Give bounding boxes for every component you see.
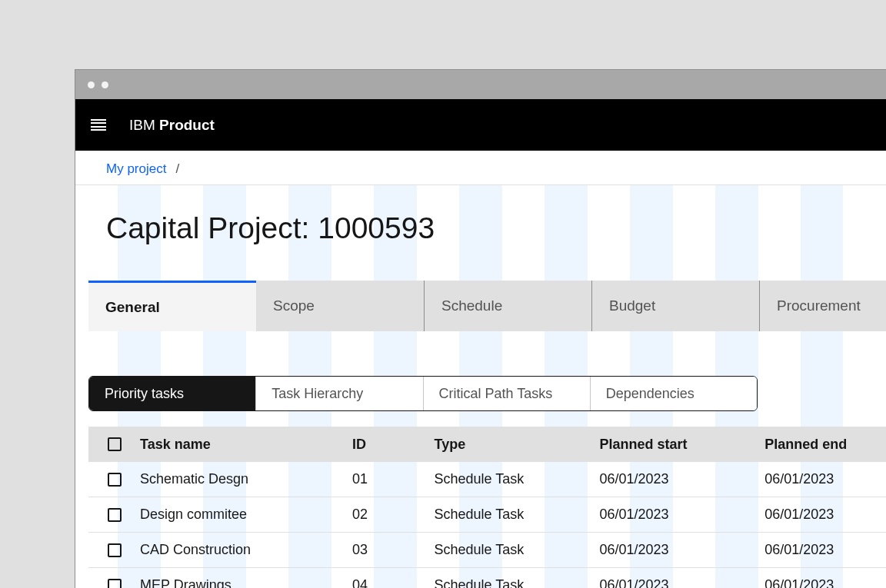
cell-name: MEP Drawings: [140, 577, 352, 588]
cell-start: 06/01/2023: [599, 471, 764, 487]
page-title: Capital Project: 1000593: [75, 185, 886, 281]
tab-label: Procurement: [777, 297, 861, 314]
cell-type: Schedule Task: [434, 577, 599, 588]
subtab-task-hierarchy[interactable]: Task Hierarchy: [255, 377, 422, 410]
subtab-label: Priority tasks: [105, 386, 184, 402]
subtab-dependencies[interactable]: Dependencies: [590, 377, 757, 410]
app-brand: IBM Product: [129, 117, 215, 134]
table-row[interactable]: MEP Drawings 04 Schedule Task 06/01/2023…: [88, 568, 886, 588]
content-area: My project / Capital Project: 1000593 Ge…: [75, 151, 886, 588]
select-all-checkbox[interactable]: [108, 437, 122, 451]
col-header-id: ID: [352, 437, 434, 453]
window: IBM Product My project / Capital Project…: [75, 69, 886, 588]
cell-start: 06/01/2023: [599, 507, 764, 523]
col-header-start: Planned start: [599, 437, 764, 453]
cell-type: Schedule Task: [434, 507, 599, 523]
menu-icon[interactable]: [91, 119, 106, 131]
cell-type: Schedule Task: [434, 542, 599, 558]
row-checkbox[interactable]: [108, 508, 122, 522]
brand-prefix: IBM: [129, 117, 155, 133]
table-header-row: Task name ID Type Planned start Planned …: [88, 427, 886, 462]
tasks-table: Task name ID Type Planned start Planned …: [88, 427, 886, 588]
table-row[interactable]: Design commitee 02 Schedule Task 06/01/2…: [88, 497, 886, 533]
cell-end: 06/01/2023: [764, 577, 886, 588]
cell-name: Schematic Desgn: [140, 471, 352, 487]
cell-name: CAD Construction: [140, 542, 352, 558]
subtab-list: Priority tasks Task Hierarchy Critical P…: [88, 376, 758, 411]
subtab-label: Task Hierarchy: [271, 386, 363, 402]
tab-label: Budget: [609, 297, 655, 314]
cell-id: 02: [352, 507, 434, 523]
cell-end: 06/01/2023: [764, 471, 886, 487]
cell-id: 03: [352, 542, 434, 558]
cell-id: 01: [352, 471, 434, 487]
tab-list: General Scope Schedule Budget Procuremen…: [88, 281, 886, 331]
subtab-critical-path[interactable]: Critical Path Tasks: [423, 377, 590, 410]
cell-id: 04: [352, 577, 434, 588]
cell-type: Schedule Task: [434, 471, 599, 487]
tab-schedule[interactable]: Schedule: [424, 281, 591, 331]
table-row[interactable]: Schematic Desgn 01 Schedule Task 06/01/2…: [88, 462, 886, 497]
cell-end: 06/01/2023: [764, 542, 886, 558]
window-dot-icon[interactable]: [88, 81, 95, 88]
window-dot-icon[interactable]: [102, 81, 108, 88]
window-titlebar: [75, 70, 886, 99]
tab-procurement[interactable]: Procurement: [759, 281, 886, 331]
tab-general[interactable]: General: [88, 281, 256, 331]
subtab-label: Dependencies: [606, 386, 694, 402]
tab-label: General: [105, 299, 160, 316]
tab-budget[interactable]: Budget: [591, 281, 759, 331]
cell-end: 06/01/2023: [764, 507, 886, 523]
col-header-name: Task name: [140, 437, 352, 453]
col-header-end: Planned end: [764, 437, 886, 453]
tab-label: Schedule: [441, 297, 502, 314]
subtab-priority-tasks[interactable]: Priority tasks: [89, 377, 255, 410]
row-checkbox[interactable]: [108, 473, 122, 487]
row-checkbox[interactable]: [108, 543, 122, 557]
table-row[interactable]: CAD Construction 03 Schedule Task 06/01/…: [88, 533, 886, 568]
cell-start: 06/01/2023: [599, 577, 764, 588]
breadcrumb-link[interactable]: My project: [106, 161, 166, 177]
tab-scope[interactable]: Scope: [256, 281, 424, 331]
cell-start: 06/01/2023: [599, 542, 764, 558]
brand-name: Product: [159, 117, 215, 133]
app-header: IBM Product: [75, 99, 886, 151]
cell-name: Design commitee: [140, 507, 352, 523]
row-checkbox[interactable]: [108, 579, 122, 589]
breadcrumb: My project /: [75, 151, 886, 185]
col-header-type: Type: [434, 437, 599, 453]
breadcrumb-separator: /: [175, 161, 179, 177]
subtab-label: Critical Path Tasks: [439, 386, 553, 402]
tab-label: Scope: [273, 297, 315, 314]
